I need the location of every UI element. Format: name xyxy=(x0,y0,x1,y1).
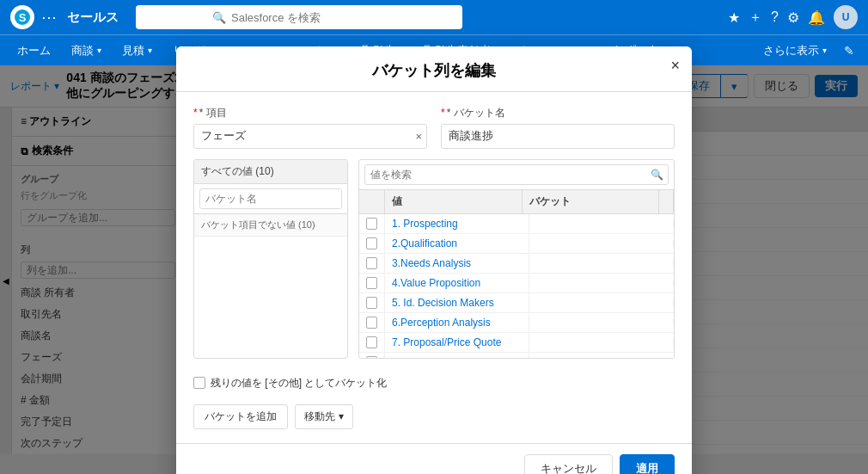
nav-item-home[interactable]: ホーム xyxy=(7,35,61,66)
nav-arrow: ▾ xyxy=(822,46,827,55)
left-values-panel: すべての値 (10) バケット項目でない値 (10) xyxy=(193,159,348,359)
salesforce-logo: S xyxy=(10,5,34,29)
cancel-button[interactable]: キャンセル xyxy=(524,454,613,475)
nav-arrow: ▾ xyxy=(97,46,101,55)
values-table-header: 値 バケット xyxy=(359,190,674,214)
vtd-bucket xyxy=(529,240,674,247)
value-checkbox[interactable] xyxy=(366,317,377,329)
bucket-name-typing-input[interactable] xyxy=(199,188,342,209)
vtd-bucket xyxy=(529,299,674,306)
modal-overlay: バケット列を編集 × * 項目 × * バケット名 xyxy=(0,65,868,474)
apply-button[interactable]: 適用 xyxy=(620,454,675,475)
value-row[interactable]: 7. Proposal/Price Quote xyxy=(359,333,674,353)
move-dropdown-icon: ▾ xyxy=(339,410,344,422)
value-checkbox[interactable] xyxy=(366,218,377,230)
value-checkbox[interactable] xyxy=(366,336,377,348)
vtd-check[interactable] xyxy=(359,333,385,352)
value-checkbox[interactable] xyxy=(366,277,377,289)
value-search-icon: 🔍 xyxy=(651,169,663,181)
modal-footer: キャンセル 適用 xyxy=(176,443,692,475)
vtd-value: 6.Perception Analysis xyxy=(385,313,529,332)
add-bucket-button[interactable]: バケットを追加 xyxy=(193,404,288,429)
settings-icon[interactable]: ⚙ xyxy=(787,9,799,26)
vth-bucket: バケット xyxy=(523,190,660,213)
field-label: * 項目 xyxy=(193,106,427,120)
top-right-icons: ★ ＋ ? ⚙ 🔔 U xyxy=(728,5,858,29)
modal-top-fields: * 項目 × * バケット名 xyxy=(193,106,675,149)
content-area: レポート ▾ 041 商談のフェーズ1/2/3を商談初期 4以降をその他にグルー… xyxy=(0,65,868,474)
value-row[interactable]: 1. Prospecting xyxy=(359,214,674,234)
favorites-icon[interactable]: ★ xyxy=(728,9,740,26)
vtd-check[interactable] xyxy=(359,254,385,273)
value-row[interactable]: 6.Perception Analysis xyxy=(359,313,674,333)
values-table: 値 バケット 1. Prospecting 2.Qualification 3.… xyxy=(359,190,674,358)
field-input[interactable] xyxy=(193,124,427,149)
vtd-bucket xyxy=(529,260,674,267)
vtd-check[interactable] xyxy=(359,274,385,292)
help-icon[interactable]: ? xyxy=(771,9,779,25)
modal-close-button[interactable]: × xyxy=(670,57,680,75)
bucket-name-group: * バケット名 xyxy=(441,106,675,149)
modal-title: バケット列を編集 xyxy=(193,60,675,81)
nav-item-quotes[interactable]: 見積▾ xyxy=(112,35,162,66)
svg-text:S: S xyxy=(19,11,27,24)
vtd-value: 1. Prospecting xyxy=(385,214,529,233)
nav-arrow: ▾ xyxy=(148,46,152,55)
modal-header: バケット列を編集 × xyxy=(176,46,692,92)
not-bucket-header: バケット項目でない値 (10) xyxy=(194,214,347,237)
bottom-actions: バケットを追加 移動先 ▾ xyxy=(193,404,675,429)
value-search-input[interactable] xyxy=(364,164,669,185)
bucket-name-input[interactable] xyxy=(441,124,675,149)
value-checkbox[interactable] xyxy=(366,297,377,309)
values-rows: 1. Prospecting 2.Qualification 3.Needs A… xyxy=(359,214,674,358)
vtd-value: 2.Qualification xyxy=(385,234,529,253)
vtd-check[interactable] xyxy=(359,313,385,332)
vtd-value: 5. Id. Decision Makers xyxy=(385,293,529,312)
value-checkbox[interactable] xyxy=(366,356,377,358)
field-input-wrapper: × xyxy=(193,124,427,149)
bucket-input-row xyxy=(194,184,347,214)
remain-checkbox-row: 残りの値を [その他] としてバケット化 xyxy=(193,369,675,394)
vtd-bucket xyxy=(529,319,674,326)
vtd-value: 4.Value Proposition xyxy=(385,274,529,292)
nav-item-more[interactable]: さらに表示▾ xyxy=(753,35,837,66)
add-icon[interactable]: ＋ xyxy=(749,9,762,27)
remain-checkbox[interactable] xyxy=(193,377,205,389)
search-scope-dropdown[interactable]: すべて xyxy=(143,5,207,29)
nav-edit-icon[interactable]: ✎ xyxy=(837,44,861,58)
value-row[interactable]: 5. Id. Decision Makers xyxy=(359,293,674,313)
vth-scroll xyxy=(659,190,674,213)
app-switcher-icon[interactable]: ⋯ xyxy=(41,8,57,27)
all-values-header: すべての値 (10) xyxy=(194,160,347,184)
vth-check xyxy=(359,190,385,213)
value-row[interactable]: 8. Negotiation/Review xyxy=(359,353,674,358)
vtd-check[interactable] xyxy=(359,234,385,253)
value-search-panel: 🔍 xyxy=(359,160,674,190)
field-group: * 項目 × xyxy=(193,106,427,149)
search-input[interactable] xyxy=(231,11,455,24)
remain-label: 残りの値を [その他] としてバケット化 xyxy=(211,376,387,391)
move-button[interactable]: 移動先 ▾ xyxy=(295,404,353,429)
vtd-check[interactable] xyxy=(359,293,385,312)
avatar[interactable]: U xyxy=(834,5,858,29)
field-clear-icon[interactable]: × xyxy=(415,130,422,143)
vtd-bucket xyxy=(529,280,674,286)
top-bar: S ⋯ セールス すべて 🔍 ★ ＋ ? ⚙ 🔔 U xyxy=(0,0,868,34)
right-value-panel: 🔍 値 バケット 1. Prospecting 2.Qualificat xyxy=(358,159,675,359)
bucket-name-label: * バケット名 xyxy=(441,106,675,120)
nav-item-deals[interactable]: 商談▾ xyxy=(61,35,112,66)
vtd-check[interactable] xyxy=(359,353,385,358)
value-checkbox[interactable] xyxy=(366,237,377,249)
vtd-value: 7. Proposal/Price Quote xyxy=(385,333,529,352)
value-row[interactable]: 3.Needs Analysis xyxy=(359,254,674,274)
two-panel: すべての値 (10) バケット項目でない値 (10) 🔍 xyxy=(193,159,675,359)
left-values-list: バケット項目でない値 (10) xyxy=(194,214,347,358)
notifications-icon[interactable]: 🔔 xyxy=(808,9,825,26)
value-row[interactable]: 4.Value Proposition xyxy=(359,274,674,293)
vtd-check[interactable] xyxy=(359,214,385,233)
value-checkbox[interactable] xyxy=(366,257,377,269)
app-name: セールス xyxy=(67,9,119,26)
value-row[interactable]: 2.Qualification xyxy=(359,234,674,254)
vtd-bucket xyxy=(529,339,674,346)
search-bar: すべて 🔍 xyxy=(136,5,462,29)
